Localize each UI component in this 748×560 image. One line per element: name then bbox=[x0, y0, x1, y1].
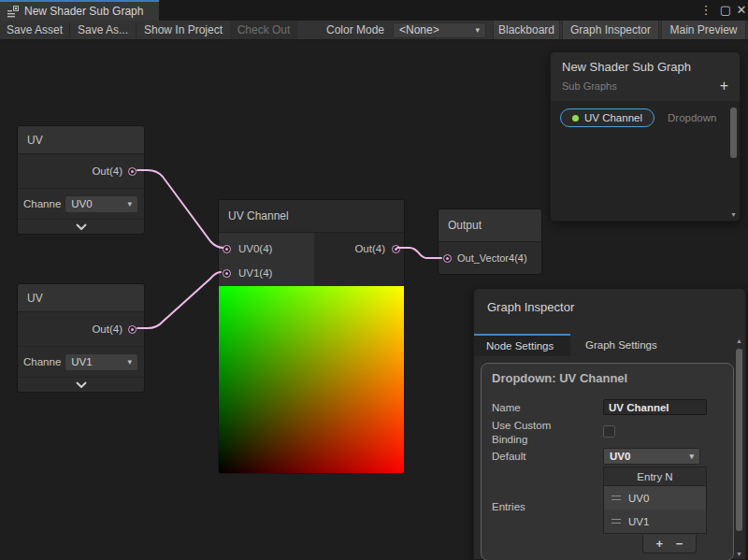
out-port-label: Out(4) bbox=[92, 323, 122, 335]
output-ports: Out(4) bbox=[314, 233, 404, 286]
shader-graph-icon bbox=[7, 6, 19, 18]
name-label: Name bbox=[492, 402, 521, 413]
drag-handle-icon[interactable] bbox=[611, 495, 621, 500]
use-custom-binding-checkbox[interactable] bbox=[603, 425, 615, 438]
chevron-down-icon: ▾ bbox=[127, 358, 132, 366]
default-value: UV0 bbox=[610, 451, 630, 462]
document-tab[interactable]: New Shader Sub Graph bbox=[0, 0, 159, 21]
entries-header: Entry N bbox=[604, 467, 706, 486]
show-in-project-button[interactable]: Show In Project bbox=[137, 21, 230, 39]
entries-list-footer: + − bbox=[642, 535, 697, 553]
blackboard-subtitle: Sub Graphs bbox=[562, 80, 617, 92]
kebab-menu-icon[interactable]: ⋮ bbox=[699, 3, 712, 18]
node-settings-box: Dropdown: UV Channel Name Use Custom Bin… bbox=[481, 363, 734, 560]
graph-inspector-toggle-button[interactable]: Graph Inspector bbox=[562, 21, 659, 39]
entry-value: UV1 bbox=[628, 516, 649, 527]
name-input[interactable] bbox=[603, 399, 707, 415]
collapse-button[interactable] bbox=[18, 377, 144, 392]
inspector-tabs: Node Settings Graph Settings bbox=[474, 334, 735, 356]
blackboard-header: New Shader Sub Graph Sub Graphs + bbox=[551, 52, 740, 101]
input-port[interactable] bbox=[223, 245, 231, 253]
input-port[interactable] bbox=[443, 254, 452, 263]
blackboard-panel[interactable]: New Shader Sub Graph Sub Graphs + UV Cha… bbox=[550, 51, 741, 222]
close-icon[interactable]: ✕ bbox=[735, 3, 748, 18]
property-row: UV Channel Dropdown bbox=[560, 108, 716, 127]
chevron-down-icon: ▾ bbox=[689, 452, 694, 461]
input-port-label: UV1(4) bbox=[238, 267, 272, 279]
tab-strip: New Shader Sub Graph ⋮ ▢ ✕ bbox=[0, 0, 748, 21]
channel-value: UV1 bbox=[71, 356, 92, 367]
inspector-scrollbar[interactable]: ▲ ▼ bbox=[735, 336, 743, 560]
channel-dropdown[interactable]: UV1 ▾ bbox=[65, 353, 138, 371]
uv-node-b[interactable]: UV Out(4) Channe UV1 ▾ bbox=[17, 283, 145, 393]
tab-node-settings[interactable]: Node Settings bbox=[474, 334, 570, 356]
exposed-dot-icon bbox=[572, 115, 579, 122]
out-port-label: Out(4) bbox=[354, 243, 385, 254]
input-port[interactable] bbox=[223, 269, 231, 278]
input-port-row: UV1(4) bbox=[219, 261, 314, 285]
entries-label: Entries bbox=[492, 501, 525, 512]
entry-value: UV0 bbox=[628, 493, 649, 504]
property-pill-uv-channel[interactable]: UV Channel bbox=[560, 108, 654, 127]
scroll-down-icon[interactable]: ▼ bbox=[729, 211, 738, 218]
add-entry-button[interactable]: + bbox=[656, 538, 664, 550]
node-title[interactable]: Output bbox=[439, 209, 541, 242]
main-preview-toggle-button[interactable]: Main Preview bbox=[661, 21, 746, 39]
blackboard-toggle-button[interactable]: Blackboard bbox=[493, 21, 560, 39]
save-asset-button[interactable]: Save Asset bbox=[0, 21, 69, 39]
channel-label: Channe bbox=[23, 198, 61, 209]
input-ports: UV0(4) UV1(4) bbox=[219, 233, 314, 286]
collapse-button[interactable] bbox=[18, 219, 144, 234]
scroll-down-icon[interactable]: ▼ bbox=[735, 551, 743, 557]
channel-dropdown[interactable]: UV0 ▾ bbox=[65, 195, 138, 213]
channel-value: UV0 bbox=[71, 198, 92, 209]
node-title[interactable]: UV bbox=[18, 284, 144, 312]
remove-entry-button[interactable]: − bbox=[676, 538, 683, 550]
chevron-down-icon: ▾ bbox=[475, 26, 480, 35]
toolbar: Save Asset Save As... Show In Project Ch… bbox=[0, 21, 748, 40]
save-as-button[interactable]: Save As... bbox=[70, 21, 136, 39]
blackboard-content: UV Channel Dropdown ▼ bbox=[551, 101, 740, 221]
drag-handle-icon[interactable] bbox=[611, 519, 621, 524]
color-mode-label: Color Mode bbox=[324, 21, 387, 39]
out-port-row: Out(4) bbox=[18, 154, 144, 188]
output-port-row: Out(4) bbox=[314, 237, 404, 261]
channel-row: Channe UV1 ▾ bbox=[18, 346, 144, 377]
default-label: Default bbox=[492, 451, 525, 462]
uv-node-a[interactable]: UV Out(4) Channe UV0 ▾ bbox=[17, 125, 145, 235]
shader-graph-window: New Shader Sub Graph ⋮ ▢ ✕ Save Asset Sa… bbox=[0, 0, 748, 560]
settings-box-title: Dropdown: UV Channel bbox=[492, 371, 627, 385]
chevron-down-icon bbox=[76, 381, 87, 388]
chevron-down-icon bbox=[76, 223, 87, 230]
node-title[interactable]: UV Channel bbox=[219, 200, 404, 233]
output-port[interactable] bbox=[128, 325, 137, 334]
graph-inspector-panel[interactable]: Graph Inspector Node Settings Graph Sett… bbox=[473, 288, 746, 560]
uv-channel-node[interactable]: UV Channel UV0(4) UV1(4) Out(4) bbox=[218, 199, 405, 474]
node-title[interactable]: UV bbox=[18, 126, 144, 154]
color-mode-value: <None> bbox=[399, 23, 439, 37]
entry-row[interactable]: UV0 bbox=[604, 486, 706, 510]
input-port-row: Out_Vector4(4) bbox=[439, 242, 541, 274]
blackboard-scrollbar[interactable]: ▼ bbox=[729, 105, 738, 219]
tab-graph-settings[interactable]: Graph Settings bbox=[570, 334, 657, 356]
scrollbar-thumb[interactable] bbox=[730, 108, 737, 158]
out-port-label: Out(4) bbox=[92, 165, 122, 177]
property-type: Dropdown bbox=[668, 112, 716, 123]
entries-list: Entry N UV0 UV1 bbox=[603, 467, 707, 534]
entry-row[interactable]: UV1 bbox=[604, 510, 706, 533]
scrollbar-thumb[interactable] bbox=[736, 349, 742, 531]
default-dropdown[interactable]: UV0 ▾ bbox=[603, 448, 700, 465]
input-port-label: UV0(4) bbox=[238, 243, 272, 254]
output-node[interactable]: Output Out_Vector4(4) bbox=[438, 208, 542, 275]
add-property-button[interactable]: + bbox=[720, 79, 728, 93]
input-port-label: Out_Vector4(4) bbox=[457, 252, 527, 264]
node-body: UV0(4) UV1(4) Out(4) bbox=[219, 233, 404, 286]
scroll-up-icon[interactable]: ▲ bbox=[735, 337, 743, 344]
output-port[interactable] bbox=[392, 245, 400, 253]
output-port[interactable] bbox=[128, 167, 137, 176]
inspector-title: Graph Inspector bbox=[487, 300, 574, 314]
maximize-icon[interactable]: ▢ bbox=[719, 3, 732, 18]
uv-gradient-preview bbox=[219, 286, 404, 473]
chevron-down-icon: ▾ bbox=[127, 200, 132, 208]
color-mode-dropdown[interactable]: <None> ▾ bbox=[393, 22, 486, 38]
